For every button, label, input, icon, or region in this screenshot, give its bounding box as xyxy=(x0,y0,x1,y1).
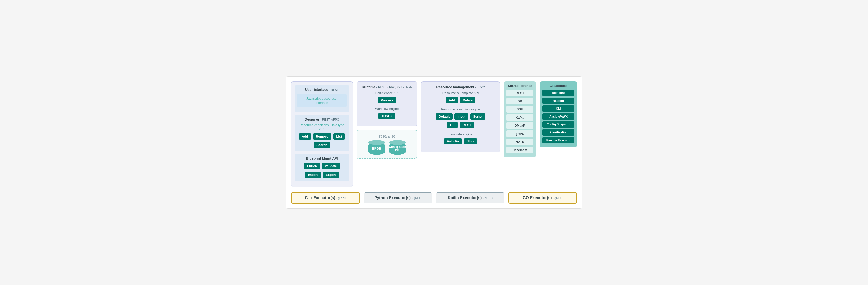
left-column: User interface - REST Javascript-based u… xyxy=(291,82,353,187)
bp-db-label: BP DB xyxy=(372,147,381,150)
shared-kafka: Kafka xyxy=(506,114,533,121)
runtime-title: Runtime - REST, gRPC, Kafka, Nats xyxy=(361,85,413,89)
blueprint-buttons: Enrich Validate Import Export xyxy=(297,162,347,178)
shared-db: DB xyxy=(506,98,533,105)
python-executor-subtitle: - gRPC xyxy=(412,196,422,200)
search-button[interactable]: Search xyxy=(313,142,330,148)
cpp-executor-label: C++ Executor(s) xyxy=(305,196,335,200)
blueprint-panel: Blueprint Mgmt API Enrich Validate Impor… xyxy=(295,154,349,181)
self-service-title: Self-Service API xyxy=(361,91,413,95)
cap-netconf: Netconf xyxy=(542,97,575,104)
ui-desc-box: Javascript-based user interface xyxy=(297,94,347,108)
dbaas-panel: DBaaS BP DB Config stateDB xyxy=(357,130,417,159)
cap-ansible: Ansible/AWX xyxy=(542,113,575,120)
resource-resolution-engine: Resource resolution engine Default Input… xyxy=(425,108,496,129)
main-container: User interface - REST Javascript-based u… xyxy=(286,76,582,209)
go-executor-subtitle: - gRPC xyxy=(553,196,562,200)
dbaas-title: DBaaS xyxy=(361,134,413,140)
ui-title: User interface - REST xyxy=(297,88,347,92)
add-button[interactable]: Add xyxy=(299,133,311,140)
remove-button[interactable]: Remove xyxy=(313,133,332,140)
resource-column: Resource management - gRPC Resource & Te… xyxy=(421,82,500,187)
import-button[interactable]: Import xyxy=(305,172,321,178)
config-db-icon: Config stateDB xyxy=(389,142,406,155)
self-service-panel: Self-Service API Process xyxy=(361,91,413,104)
go-executor-box: GO Executor(s) - gRPC xyxy=(508,192,577,203)
resource-template-api-title: Resource & Template API xyxy=(425,91,496,95)
top-section: User interface - REST Javascript-based u… xyxy=(291,82,577,187)
config-db-label: Config stateDB xyxy=(389,145,406,152)
capabilities-title: Capabilities xyxy=(542,84,575,88)
process-button[interactable]: Process xyxy=(378,97,396,103)
resolution-title: Resource resolution engine xyxy=(425,108,496,111)
capabilities-column: Capabilities Restconf Netconf CLI Ansibl… xyxy=(540,82,577,187)
default-button[interactable]: Default xyxy=(436,113,453,119)
python-executor-label: Python Executor(s) xyxy=(374,196,411,200)
designer-panel: Designer - REST, gRPC Resource definitio… xyxy=(295,115,349,151)
db-icons: BP DB Config stateDB xyxy=(361,142,413,155)
rest-button[interactable]: REST xyxy=(460,122,474,128)
shared-items: REST DB SSH Kafka DMaaP gRPC NATS Hazelc… xyxy=(506,90,533,153)
kotlin-executor-subtitle: - gRPC xyxy=(483,196,493,200)
capabilities-items: Restconf Netconf CLI Ansible/AWX Config … xyxy=(542,90,575,143)
tosca-button[interactable]: TOSCA xyxy=(378,113,396,119)
designer-buttons: Add Remove List Search xyxy=(297,133,347,149)
resource-panel: Resource management - gRPC Resource & Te… xyxy=(421,82,500,152)
resolution-buttons-row2: DB REST xyxy=(425,121,496,129)
shared-grpc: gRPC xyxy=(506,131,533,137)
designer-subtitle: - REST, gRPC xyxy=(319,118,339,121)
runtime-column: Runtime - REST, gRPC, Kafka, Nats Self-S… xyxy=(357,82,417,187)
bottom-section: C++ Executor(s) - gRPC Python Executor(s… xyxy=(291,192,577,203)
resolution-buttons: Default Input Script xyxy=(425,113,496,120)
resource-template-buttons: Add Delete xyxy=(425,96,496,104)
resource-title: Resource management - gRPC xyxy=(425,85,496,89)
runtime-subtitle: - REST, gRPC, Kafka, Nats xyxy=(375,86,412,89)
resource-delete-button[interactable]: Delete xyxy=(460,97,475,103)
shared-dmaap: DMaaP xyxy=(506,122,533,129)
template-engine: Template engine Velocity Jinja xyxy=(425,132,496,145)
export-button[interactable]: Export xyxy=(323,172,339,178)
resource-template-api: Resource & Template API Add Delete xyxy=(425,91,496,104)
workflow-panel: Workflow engine TOSCA xyxy=(361,107,413,120)
capabilities-panel: Capabilities Restconf Netconf CLI Ansibl… xyxy=(540,82,577,147)
input-button[interactable]: Input xyxy=(455,113,468,119)
designer-desc: Resource definitions, Data type API xyxy=(297,123,347,131)
shared-rest: REST xyxy=(506,90,533,96)
shared-hazelcast: Hazelcast xyxy=(506,147,533,153)
validate-button[interactable]: Validate xyxy=(322,163,340,169)
resource-subtitle: - gRPC xyxy=(474,86,485,89)
ui-panel: User interface - REST Javascript-based u… xyxy=(295,85,349,112)
shared-title: Shared libraries xyxy=(506,84,533,88)
runtime-panel: Runtime - REST, gRPC, Kafka, Nats Self-S… xyxy=(357,82,417,126)
resource-add-button[interactable]: Add xyxy=(445,97,458,103)
db-button[interactable]: DB xyxy=(447,122,458,128)
kotlin-executor-label: Kotlin Executor(s) xyxy=(447,196,482,200)
shared-ssh: SSH xyxy=(506,106,533,113)
jinja-button[interactable]: Jinja xyxy=(464,138,477,144)
cap-config-snapshot: Config Snapshot xyxy=(542,121,575,128)
workflow-title: Workflow engine xyxy=(361,107,413,111)
ui-desc: Javascript-based user interface xyxy=(306,96,338,105)
left-panel: User interface - REST Javascript-based u… xyxy=(291,82,353,187)
cap-remote-executor: Remote Executor xyxy=(542,137,575,143)
enrich-button[interactable]: Enrich xyxy=(304,163,320,169)
cap-restconf: Restconf xyxy=(542,90,575,96)
shared-column: Shared libraries REST DB SSH Kafka DMaaP… xyxy=(504,82,536,187)
script-button[interactable]: Script xyxy=(470,113,485,119)
cap-cli: CLI xyxy=(542,106,575,112)
designer-title: Designer - REST, gRPC xyxy=(297,117,347,121)
template-buttons: Velocity Jinja xyxy=(425,138,496,145)
blueprint-title: Blueprint Mgmt API xyxy=(297,156,347,160)
cap-prioritization: Prioritization xyxy=(542,129,575,136)
python-executor-box: Python Executor(s) - gRPC xyxy=(364,192,432,203)
cpp-executor-box: C++ Executor(s) - gRPC xyxy=(291,192,360,203)
bp-db-cylinder: BP DB xyxy=(368,142,385,155)
velocity-button[interactable]: Velocity xyxy=(444,138,462,144)
template-engine-title: Template engine xyxy=(425,132,496,136)
shared-panel: Shared libraries REST DB SSH Kafka DMaaP… xyxy=(504,82,536,157)
config-db-cylinder: Config stateDB xyxy=(389,142,406,155)
ui-subtitle: - REST xyxy=(328,88,339,92)
bp-db-icon: BP DB xyxy=(368,142,385,155)
shared-nats: NATS xyxy=(506,139,533,145)
list-button[interactable]: List xyxy=(333,133,345,140)
